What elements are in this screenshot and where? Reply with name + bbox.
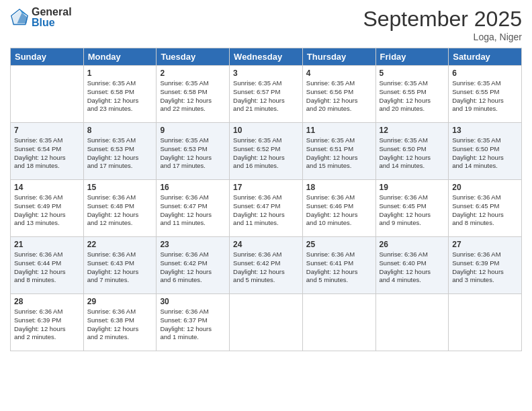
day-content: Sunrise: 6:36 AMSunset: 6:45 PMDaylight:… [380,193,445,228]
table-row: 3Sunrise: 6:35 AMSunset: 6:57 PMDaylight… [230,66,303,123]
day-content: Sunrise: 6:36 AMSunset: 6:47 PMDaylight:… [160,193,226,228]
day-content: Sunrise: 6:35 AMSunset: 6:54 PMDaylight:… [14,136,80,171]
day-content: Sunrise: 6:36 AMSunset: 6:42 PMDaylight:… [233,250,299,285]
day-number: 27 [452,240,518,249]
day-content: Sunrise: 6:36 AMSunset: 6:37 PMDaylight:… [160,308,226,342]
table-row: 6Sunrise: 6:35 AMSunset: 6:55 PMDaylight… [449,66,522,123]
day-number: 23 [160,240,226,249]
day-number: 20 [452,183,518,192]
table-row [449,294,522,351]
table-row: 11Sunrise: 6:35 AMSunset: 6:51 PMDayligh… [302,123,375,180]
day-number: 30 [160,297,226,306]
day-content: Sunrise: 6:36 AMSunset: 6:38 PMDaylight:… [87,308,153,342]
table-row: 20Sunrise: 6:36 AMSunset: 6:45 PMDayligh… [449,180,522,237]
day-number: 10 [233,126,299,135]
day-number: 8 [87,126,153,135]
col-tuesday: Tuesday [157,48,230,66]
day-content: Sunrise: 6:36 AMSunset: 6:48 PMDaylight:… [87,193,153,228]
day-content: Sunrise: 6:35 AMSunset: 6:52 PMDaylight:… [233,136,299,171]
table-row: 17Sunrise: 6:36 AMSunset: 6:47 PMDayligh… [230,180,303,237]
day-content: Sunrise: 6:35 AMSunset: 6:50 PMDaylight:… [380,136,445,171]
day-number: 24 [233,240,299,249]
day-number: 4 [306,68,372,78]
table-row: 1Sunrise: 6:35 AMSunset: 6:58 PMDaylight… [83,66,157,123]
table-row [11,66,84,123]
day-number: 12 [380,126,445,135]
table-row: 28Sunrise: 6:36 AMSunset: 6:39 PMDayligh… [11,294,84,351]
col-wednesday: Wednesday [230,48,303,66]
header-row: Sunday Monday Tuesday Wednesday Thursday… [11,48,522,66]
logo-general: General [32,7,72,17]
day-content: Sunrise: 6:36 AMSunset: 6:39 PMDaylight:… [14,308,80,342]
day-content: Sunrise: 6:36 AMSunset: 6:40 PMDaylight:… [380,250,445,285]
table-row: 27Sunrise: 6:36 AMSunset: 6:39 PMDayligh… [449,237,522,294]
day-number: 18 [306,183,372,192]
calendar-week-3: 14Sunrise: 6:36 AMSunset: 6:49 PMDayligh… [11,180,522,237]
month-title: September 2025 [363,7,522,32]
day-number: 19 [380,183,445,192]
day-content: Sunrise: 6:36 AMSunset: 6:49 PMDaylight:… [14,193,80,228]
day-content: Sunrise: 6:36 AMSunset: 6:47 PMDaylight:… [233,193,299,228]
table-row: 16Sunrise: 6:36 AMSunset: 6:47 PMDayligh… [157,180,230,237]
table-row: 19Sunrise: 6:36 AMSunset: 6:45 PMDayligh… [375,180,449,237]
day-number: 25 [306,240,372,249]
day-content: Sunrise: 6:36 AMSunset: 6:43 PMDaylight:… [87,250,153,285]
table-row: 7Sunrise: 6:35 AMSunset: 6:54 PMDaylight… [11,123,84,180]
day-number: 3 [233,68,299,78]
table-row [230,294,303,351]
day-number: 26 [380,240,445,249]
logo-blue: Blue [32,17,72,28]
table-row: 21Sunrise: 6:36 AMSunset: 6:44 PMDayligh… [11,237,84,294]
table-row: 12Sunrise: 6:35 AMSunset: 6:50 PMDayligh… [375,123,449,180]
table-row: 9Sunrise: 6:35 AMSunset: 6:53 PMDaylight… [157,123,230,180]
calendar-week-4: 21Sunrise: 6:36 AMSunset: 6:44 PMDayligh… [11,237,522,294]
day-content: Sunrise: 6:36 AMSunset: 6:44 PMDaylight:… [14,250,80,285]
calendar-week-1: 1Sunrise: 6:35 AMSunset: 6:58 PMDaylight… [11,66,522,123]
day-content: Sunrise: 6:35 AMSunset: 6:55 PMDaylight:… [380,79,445,113]
col-monday: Monday [83,48,157,66]
table-row: 4Sunrise: 6:35 AMSunset: 6:56 PMDaylight… [302,66,375,123]
day-content: Sunrise: 6:35 AMSunset: 6:57 PMDaylight:… [233,79,299,113]
table-row: 14Sunrise: 6:36 AMSunset: 6:49 PMDayligh… [11,180,84,237]
day-content: Sunrise: 6:35 AMSunset: 6:58 PMDaylight:… [160,79,226,113]
table-row: 10Sunrise: 6:35 AMSunset: 6:52 PMDayligh… [230,123,303,180]
day-number: 21 [14,240,80,249]
table-row: 18Sunrise: 6:36 AMSunset: 6:46 PMDayligh… [302,180,375,237]
day-number: 17 [233,183,299,192]
day-content: Sunrise: 6:35 AMSunset: 6:51 PMDaylight:… [306,136,372,171]
day-number: 15 [87,183,153,192]
table-row: 29Sunrise: 6:36 AMSunset: 6:38 PMDayligh… [83,294,157,351]
table-row: 15Sunrise: 6:36 AMSunset: 6:48 PMDayligh… [83,180,157,237]
day-content: Sunrise: 6:35 AMSunset: 6:56 PMDaylight:… [306,79,372,113]
table-row [375,294,449,351]
header: General Blue September 2025 Loga, Niger [10,7,522,42]
day-number: 29 [87,297,153,306]
day-number: 9 [160,126,226,135]
day-number: 2 [160,68,226,78]
logo: General Blue [10,7,72,28]
day-content: Sunrise: 6:36 AMSunset: 6:42 PMDaylight:… [160,250,226,285]
table-row: 22Sunrise: 6:36 AMSunset: 6:43 PMDayligh… [83,237,157,294]
col-sunday: Sunday [11,48,84,66]
day-content: Sunrise: 6:35 AMSunset: 6:58 PMDaylight:… [87,79,153,113]
day-content: Sunrise: 6:36 AMSunset: 6:45 PMDaylight:… [452,193,518,228]
calendar-week-5: 28Sunrise: 6:36 AMSunset: 6:39 PMDayligh… [11,294,522,351]
table-row: 30Sunrise: 6:36 AMSunset: 6:37 PMDayligh… [157,294,230,351]
day-number: 1 [87,68,153,78]
title-section: September 2025 Loga, Niger [363,7,522,42]
table-row: 8Sunrise: 6:35 AMSunset: 6:53 PMDaylight… [83,123,157,180]
logo-text: General Blue [32,7,72,28]
day-content: Sunrise: 6:35 AMSunset: 6:50 PMDaylight:… [452,136,518,171]
day-content: Sunrise: 6:35 AMSunset: 6:53 PMDaylight:… [160,136,226,171]
calendar: Sunday Monday Tuesday Wednesday Thursday… [10,48,522,351]
table-row: 2Sunrise: 6:35 AMSunset: 6:58 PMDaylight… [157,66,230,123]
day-number: 16 [160,183,226,192]
day-number: 5 [380,68,445,78]
day-content: Sunrise: 6:36 AMSunset: 6:39 PMDaylight:… [452,250,518,285]
calendar-week-2: 7Sunrise: 6:35 AMSunset: 6:54 PMDaylight… [11,123,522,180]
col-thursday: Thursday [302,48,375,66]
logo-icon [10,8,29,27]
day-number: 28 [14,297,80,306]
day-number: 13 [452,126,518,135]
location: Loga, Niger [363,32,522,42]
